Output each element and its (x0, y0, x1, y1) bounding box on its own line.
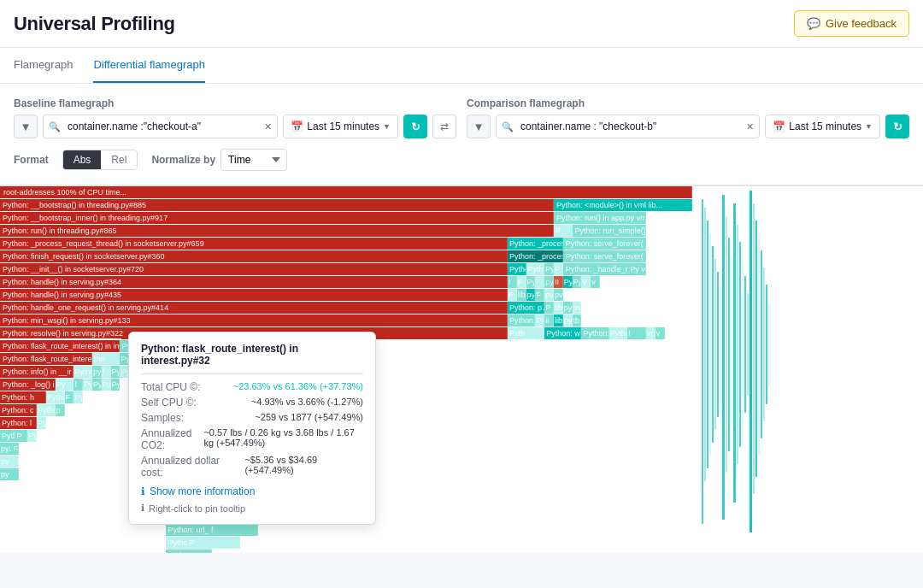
flame-segment[interactable]: Pytho (37, 404, 56, 416)
flame-segment[interactable]: Python: h (0, 391, 46, 403)
flame-segment[interactable]: Pytl P (0, 430, 27, 442)
baseline-time-button[interactable]: 📅 Last 15 minutes ▼ (283, 115, 398, 138)
normalize-select[interactable]: Time CPU Memory (220, 149, 287, 171)
flame-segment[interactable]: P1 (102, 379, 111, 391)
flame-segment[interactable]: Pytl (544, 263, 554, 275)
flame-segment[interactable]: Python: handle() in serving.py#364 (0, 276, 508, 288)
flame-segment[interactable]: f (508, 276, 517, 288)
baseline-sync-button[interactable]: ⇄ (432, 115, 456, 138)
format-abs-button[interactable]: Abs (63, 150, 102, 169)
tab-flamegraph[interactable]: Flamegraph (14, 48, 73, 83)
flame-segment[interactable]: v (591, 276, 600, 288)
flame-segment[interactable]: Python: url_ f (166, 524, 258, 536)
flame-segment[interactable]: P (554, 225, 573, 237)
flame-segment[interactable]: I (535, 276, 544, 288)
flame-segment[interactable]: Python: P (563, 276, 573, 288)
flame-segment[interactable]: Python: info() in __ir (0, 366, 73, 378)
flame-segment[interactable]: Python (73, 366, 92, 378)
flame-segment[interactable]: Python: _p (508, 263, 526, 275)
flame-segment[interactable]: Python: write() in servin (544, 327, 581, 339)
flame-segment[interactable]: Py (37, 417, 46, 429)
comparison-filter-button[interactable]: ▼ (467, 115, 491, 138)
flame-segment[interactable]: Python: _process_queue() in h (508, 238, 563, 250)
flame-segment[interactable]: Python: c (0, 404, 37, 416)
comparison-refresh-button[interactable]: ↻ (885, 115, 909, 138)
flame-segment[interactable]: Py (56, 379, 74, 391)
flame-segment[interactable]: v (656, 327, 665, 339)
flame-segment[interactable]: Pyth (508, 327, 544, 339)
flame-segment[interactable]: Python: _handle_r Py v v... (563, 263, 646, 275)
flame-segment[interactable]: Python: finish_request() in socketserver… (0, 250, 508, 262)
flame-segment[interactable]: Python (46, 391, 65, 403)
flame-segment[interactable]: pvt (544, 289, 554, 301)
flame-segment[interactable]: tb (573, 315, 582, 326)
flame-segment[interactable]: lib (554, 315, 563, 326)
flame-segment[interactable]: f (102, 366, 111, 378)
flame-segment[interactable]: Python: handle_one_request() in serving.… (0, 302, 508, 314)
flame-segment[interactable]: Pythor (526, 263, 545, 275)
flame-segment[interactable]: P (535, 315, 544, 326)
flame-segment[interactable]: ii (544, 315, 554, 326)
flame-segment[interactable]: Python: serve_forever( v v... (563, 238, 646, 250)
flame-segment[interactable]: py (563, 315, 573, 326)
flame-segment[interactable]: Py t (526, 276, 536, 288)
flame-segment[interactable]: F (517, 276, 526, 288)
flame-segment[interactable]: F (535, 289, 544, 301)
flame-segment-active[interactable]: Python: flask_route_interest() in in (0, 340, 120, 352)
flame-segment[interactable]: Python: flask_route_interest() in in (0, 353, 92, 365)
flame-segment[interactable]: pyt (526, 289, 536, 301)
flame-segment[interactable]: Python: _log() in __f (0, 379, 56, 391)
feedback-button[interactable]: 💬 Give feedback (794, 10, 909, 37)
flame-segment[interactable]: vn (646, 327, 656, 339)
flame-segment[interactable]: Python: handle() in serving.py#435 (0, 289, 508, 301)
comparison-clear-icon[interactable]: ✕ (746, 121, 754, 132)
baseline-refresh-button[interactable]: ↻ (403, 115, 427, 138)
flame-segment[interactable]: Python: serve_forever( v v... (563, 250, 646, 262)
flame-segment[interactable]: Python: _process_request_thread() in soc… (0, 238, 508, 250)
tooltip-show-more-button[interactable]: ℹ Show more information (141, 485, 363, 497)
flame-segment[interactable]: Py (73, 391, 83, 403)
flame-segment[interactable]: root-addresses 100% of CPU time... (0, 186, 692, 198)
flame-segment[interactable]: Python: __bootstrap_inner() in threading… (0, 212, 554, 224)
flame-segment[interactable]: Python: p... (508, 302, 544, 314)
flame-segment[interactable]: libz (554, 302, 563, 314)
flame-segment[interactable]: pvt (554, 289, 563, 301)
flame-segment[interactable]: F (65, 391, 74, 403)
flame-segment[interactable]: pvt (573, 302, 582, 314)
flame-segment[interactable]: py (0, 468, 19, 480)
flame-segment[interactable]: Python: min_wsgi() in serving.py#133 (0, 315, 508, 326)
baseline-clear-icon[interactable]: ✕ (264, 121, 272, 132)
flame-segment[interactable]: f (73, 379, 83, 391)
flame-segment[interactable]: Python: run() in threading.py#865 (0, 225, 554, 237)
flame-segment[interactable]: Python: __init__() in socketserver.py#72… (0, 263, 508, 275)
flame-segment[interactable]: Pythc P (166, 537, 239, 549)
flame-segment[interactable]: pytl (92, 366, 102, 378)
flame-segment[interactable]: Python: run() in app.py vml lit (554, 212, 646, 224)
baseline-search-input[interactable] (43, 115, 278, 138)
tab-differential-flamegraph[interactable]: Differential flamegraph (93, 48, 205, 83)
flame-segment[interactable]: l (627, 327, 646, 339)
flame-segment[interactable]: pyt F (0, 443, 19, 455)
flame-segment[interactable]: py (563, 302, 573, 314)
flame-segment[interactable]: Python: l (0, 417, 37, 429)
flame-segment[interactable]: P (554, 263, 563, 275)
flame-segment[interactable]: Py (92, 379, 102, 391)
flame-segment[interactable]: Pythor (609, 327, 628, 339)
flame-segment[interactable]: Python: __bootstrap() in threading.py#88… (0, 199, 554, 211)
flame-segment[interactable]: Py (83, 379, 92, 391)
flame-segment[interactable]: libz (517, 289, 526, 301)
flame-segment[interactable]: v (581, 276, 591, 288)
flame-segment[interactable]: Py (111, 366, 121, 378)
flame-segment[interactable]: Py (111, 379, 121, 391)
flame-segment[interactable]: Python: <module>() in vml lib... (554, 199, 692, 211)
flame-segment[interactable]: Python: cl... (581, 327, 608, 339)
flame-segment[interactable]: Python: _process_queue() in b (508, 250, 563, 262)
format-rel-button[interactable]: Rel (101, 150, 137, 169)
flame-segment[interactable]: Python: pi (508, 315, 535, 326)
flame-segment[interactable]: py (0, 456, 19, 467)
flame-segment[interactable]: Pytf P (166, 550, 212, 553)
flame-segment[interactable]: P (508, 289, 517, 301)
flame-segment[interactable]: Python (573, 276, 582, 288)
flame-segment[interactable]: pytl (544, 276, 554, 288)
flame-segment[interactable]: Py (27, 430, 37, 442)
